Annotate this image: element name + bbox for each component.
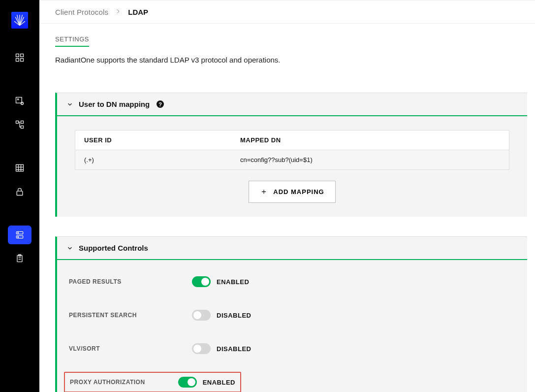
server-icon[interactable] — [8, 226, 31, 244]
svg-point-15 — [18, 236, 19, 237]
table-row[interactable]: (.+) cn=config??sub?(uid=$1) — [75, 150, 509, 170]
sidebar — [0, 0, 39, 392]
dashboard-icon[interactable] — [8, 48, 31, 67]
svg-rect-9 — [21, 126, 24, 129]
control-label: PROXY AUTHORIZATION — [70, 379, 178, 386]
svg-rect-0 — [16, 54, 19, 57]
svg-rect-2 — [16, 59, 19, 62]
tree-icon[interactable] — [8, 115, 31, 134]
toggle-proxy[interactable] — [178, 377, 197, 388]
image-settings-icon[interactable] — [8, 92, 31, 110]
svg-rect-11 — [17, 191, 23, 195]
table-icon[interactable] — [8, 159, 31, 177]
control-row-proxy: PROXY AUTHORIZATIONENABLED — [69, 372, 515, 392]
svg-rect-7 — [16, 121, 19, 124]
toggle-state: ENABLED — [217, 278, 249, 286]
control-row-persistent: PERSISTENT SEARCHDISABLED — [69, 305, 515, 325]
svg-point-5 — [17, 98, 19, 100]
panel-title: Supported Controls — [79, 244, 148, 252]
cell-user-id: (.+) — [75, 150, 232, 170]
app-logo-icon — [11, 12, 28, 29]
svg-rect-1 — [21, 54, 24, 57]
panel-header[interactable]: User to DN mapping ? — [57, 93, 527, 116]
toggle-state: DISABLED — [217, 345, 251, 353]
toggle-persistent[interactable] — [192, 310, 211, 321]
col-mapped-dn: MAPPED DN — [231, 131, 509, 150]
lock-icon[interactable] — [8, 182, 31, 201]
toggle-vlv[interactable] — [192, 343, 211, 354]
mapping-table: USER ID MAPPED DN (.+) cn=config??sub?(u… — [75, 130, 509, 170]
svg-rect-3 — [21, 59, 24, 62]
chevron-down-icon — [66, 100, 74, 108]
panel-supported-controls: Supported Controls PAGED RESULTSENABLEDP… — [55, 236, 527, 392]
breadcrumb: Client Protocols LDAP — [39, 0, 535, 24]
toggle-state: DISABLED — [217, 312, 251, 319]
page-description: RadiantOne supports the standard LDAP v3… — [55, 56, 519, 64]
cell-mapped-dn: cn=config??sub?(uid=$1) — [231, 150, 509, 170]
panel-header[interactable]: Supported Controls — [57, 237, 527, 260]
toggle-state: ENABLED — [203, 379, 235, 386]
toggle-paged[interactable] — [192, 276, 211, 287]
control-label: PERSISTENT SEARCH — [69, 312, 192, 319]
svg-rect-8 — [21, 121, 24, 124]
tab-strip: SETTINGS — [55, 35, 519, 47]
col-user-id: USER ID — [75, 131, 232, 150]
add-mapping-label: ADD MAPPING — [273, 188, 324, 196]
chevron-down-icon — [66, 244, 74, 252]
svg-rect-4 — [16, 98, 22, 103]
control-label: VLV/SORT — [69, 345, 192, 352]
control-row-paged: PAGED RESULTSENABLED — [69, 272, 515, 292]
breadcrumb-current: LDAP — [128, 8, 148, 16]
clipboard-icon[interactable] — [8, 249, 31, 268]
add-mapping-button[interactable]: ＋ ADD MAPPING — [249, 181, 335, 203]
svg-rect-10 — [16, 164, 24, 171]
tab-settings[interactable]: SETTINGS — [55, 35, 89, 47]
control-label: PAGED RESULTS — [69, 278, 192, 285]
breadcrumb-root[interactable]: Client Protocols — [55, 8, 108, 16]
highlight-box: PROXY AUTHORIZATIONENABLED — [64, 372, 241, 392]
panel-user-dn-mapping: User to DN mapping ? USER ID MAPPED DN — [55, 93, 527, 217]
svg-point-14 — [18, 232, 19, 233]
plus-icon: ＋ — [260, 187, 268, 197]
help-icon[interactable]: ? — [157, 100, 164, 108]
panel-title: User to DN mapping — [79, 100, 150, 108]
chevron-right-icon — [115, 7, 121, 16]
control-row-vlv: VLV/SORTDISABLED — [69, 339, 515, 359]
